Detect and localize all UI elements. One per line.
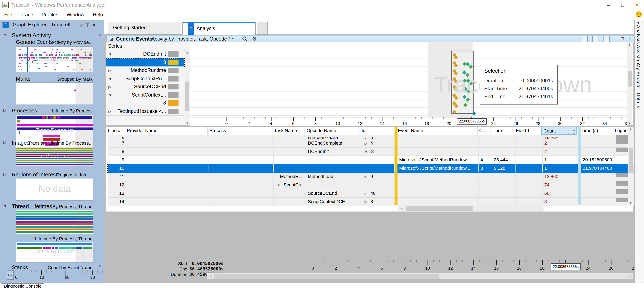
thumbnail-marks[interactable] (16, 82, 94, 105)
series-color-swatch[interactable] (168, 76, 178, 81)
expander-icon[interactable]: ▷ (108, 85, 111, 89)
column-header-thread[interactable]: Thre... (491, 127, 514, 134)
scroll-thumb[interactable] (214, 274, 439, 279)
series-color-swatch[interactable] (168, 51, 178, 57)
thumbnail-thread-lifetimes-2[interactable]: Trace Rundown (16, 242, 94, 262)
column-header-process[interactable]: Process (208, 127, 272, 134)
scroll-up-icon[interactable]: ▲ (628, 127, 633, 130)
series-color-swatch[interactable] (168, 108, 178, 114)
feedback-smiley-icon[interactable] (636, 11, 642, 18)
thumbnail-generic-events[interactable]: Trace Rundown (16, 46, 94, 72)
chart-scrollbar[interactable]: ▲ ▼ (627, 42, 632, 125)
table-only-icon[interactable] (603, 36, 610, 42)
thumbnail-images[interactable]: e Rundown (16, 147, 94, 166)
series-color-swatch[interactable] (168, 92, 178, 98)
scroll-thumb[interactable] (629, 148, 633, 173)
column-header-time[interactable]: Time (s) (580, 127, 613, 134)
sidebar-section-images[interactable]: ▷ImagesTransient Lifetime By Process... (0, 139, 104, 146)
column-header-event[interactable]: Event Name (396, 127, 478, 134)
panel-close-icon[interactable]: ✕ (628, 36, 632, 41)
series-row-8[interactable]: 8 (106, 99, 184, 108)
tab-getting-started[interactable]: Getting Started (108, 22, 181, 35)
expander-icon[interactable]: ▷ (364, 200, 367, 204)
expander-icon[interactable]: ▼ (108, 77, 112, 81)
expander-icon[interactable]: ▷ (3, 108, 6, 112)
collapse-graph-icon[interactable]: ◢ (110, 37, 113, 41)
search-icon[interactable] (242, 36, 248, 42)
scroll-down-icon[interactable]: ▼ (627, 122, 632, 124)
series-row-scriptcontext-[interactable]: ▼ScriptContext... (106, 91, 184, 99)
expander-icon[interactable]: ▷ (108, 69, 111, 73)
scroll-down-icon[interactable]: ▼ (628, 201, 633, 204)
scroll-right-icon[interactable]: › (538, 207, 544, 210)
series-color-swatch[interactable] (168, 68, 178, 73)
series-row-dcendinit[interactable]: ▼DCEndInit (106, 50, 184, 59)
panel-maximize-icon[interactable]: □ (621, 36, 624, 41)
menu-window[interactable]: Window (62, 10, 88, 19)
sidebar-section-thread-lifetimes[interactable]: ▼Thread LifetimesBy Process, Thread (0, 203, 104, 210)
gear-icon[interactable]: ⚙ (252, 36, 257, 42)
table-scrollbar[interactable]: ▲ ▼ (628, 127, 634, 205)
sidebar-section-regions-of-interest[interactable]: ▷Regions of InterestRegions of Inter... (0, 171, 104, 178)
table-hscrollbar[interactable]: ‹ › (398, 205, 544, 211)
timeline-hscrollbar[interactable]: ‹ › (207, 273, 633, 279)
right-tab-details[interactable]: Details (636, 93, 641, 108)
series-row-textinputhost-exe-[interactable]: ▷TextInputHost.exe <... (106, 107, 184, 116)
close-panel-icon[interactable]: ✕ (92, 23, 98, 28)
maximize-icon[interactable]: □ (616, 0, 630, 10)
sidebar-section-thread-lifetimes-2[interactable]: Lifetime By Process, Thread (0, 235, 104, 242)
series-row-sourcedcend[interactable]: ▷SourceDCEnd (106, 83, 184, 91)
scroll-left-icon[interactable]: ‹ (208, 275, 213, 278)
column-header-task[interactable]: Task Name (272, 127, 305, 134)
scroll-thumb[interactable] (628, 71, 632, 87)
zoom-extents-icon[interactable]: ▸|◂ (7, 270, 14, 280)
scroll-right-icon[interactable]: › (628, 275, 633, 278)
graph-preset-title[interactable]: Activity by Provider, Task, Opcode * (152, 36, 230, 42)
menu-profiles[interactable]: Profiles (37, 10, 62, 19)
expander-icon[interactable]: ▷ (3, 172, 6, 176)
scroll-up-icon[interactable]: ▲ (185, 51, 190, 54)
menu-file[interactable]: File (0, 10, 16, 19)
sidebar-section-system-activity[interactable]: ▼System Activity (0, 32, 104, 39)
expander-icon[interactable]: ▷ (364, 192, 367, 196)
sidebar-section-stacks[interactable]: StacksCount by Event Name (0, 264, 104, 271)
thumbnail-thread-lifetimes[interactable] (16, 210, 94, 234)
chart-only-icon[interactable] (592, 36, 599, 42)
minimize-icon[interactable]: – (602, 0, 616, 10)
series-color-swatch[interactable] (168, 100, 178, 106)
column-header-line[interactable]: Line # (106, 127, 125, 134)
scroll-left-icon[interactable]: ‹ (399, 207, 404, 210)
menu-help[interactable]: Help (89, 10, 107, 19)
expander-icon[interactable]: ▼ (3, 204, 7, 208)
column-header-provider[interactable]: Provider Name (125, 127, 208, 134)
strip-menu-icon[interactable]: ▾ (637, 21, 639, 25)
expander-icon[interactable]: ▼ (277, 184, 280, 187)
tab-analysis[interactable]: 1Analysis (182, 22, 256, 35)
stacks-mini-axis[interactable]: ▸|◂0102030 (7, 270, 103, 280)
series-color-swatch[interactable] (168, 60, 178, 65)
right-tab-analysis-assistant[interactable]: Analysis Assistant (636, 25, 641, 66)
scroll-thumb[interactable] (406, 206, 472, 211)
pin-icon[interactable]: ⊤ (86, 23, 92, 28)
series-scrollbar[interactable]: ▲ ▼ (185, 50, 190, 125)
expander-icon[interactable]: ▷ (3, 140, 6, 145)
expander-icon[interactable]: ▷ (364, 175, 367, 179)
expander-icon[interactable]: ▼ (108, 93, 112, 97)
expander-icon[interactable]: ▼ (3, 33, 7, 37)
close-icon[interactable]: ✕ (630, 0, 644, 10)
sidebar-section-generic-events[interactable]: Generic EventsActivity by Provide... (0, 39, 104, 46)
diagnostic-console-button[interactable]: Diagnostic Console (1, 283, 44, 288)
dropdown-icon[interactable]: ▽ (80, 23, 86, 28)
expander-icon[interactable]: ▷ (364, 142, 367, 146)
series-row-methodruntime[interactable]: ▷MethodRuntime (106, 66, 184, 75)
series-row-scriptcontextru-[interactable]: ▼ScriptContextRu... (106, 75, 184, 83)
menu-trace[interactable]: Trace (16, 10, 37, 19)
scroll-thumb[interactable] (185, 81, 189, 111)
scroll-down-icon[interactable]: ▼ (185, 122, 190, 124)
global-timeline-ruler[interactable]: 02468101214161820222426283032343622.0085… (207, 260, 634, 272)
expander-icon[interactable]: ▼ (108, 52, 112, 56)
column-header-id[interactable]: Id (360, 127, 393, 134)
column-header-c[interactable]: C... (478, 127, 491, 134)
preset-dropdown-icon[interactable]: ▾ (232, 36, 234, 41)
series-row-3[interactable]: 3 (106, 58, 184, 67)
